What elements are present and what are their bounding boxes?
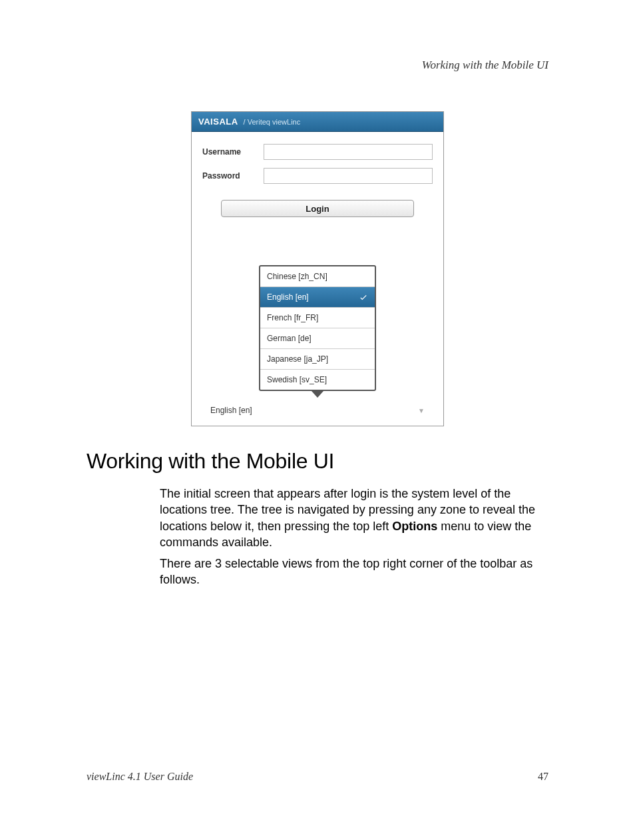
language-option[interactable]: Swedish [sv_SE] xyxy=(260,370,375,390)
username-row: Username xyxy=(202,144,433,160)
page-footer: viewLinc 4.1 User Guide 47 xyxy=(87,771,548,783)
password-row: Password xyxy=(202,168,433,184)
password-label: Password xyxy=(202,171,264,181)
brand-logo: VAISALA xyxy=(198,117,238,127)
running-header: Working with the Mobile UI xyxy=(422,59,548,72)
checkmark-icon xyxy=(359,292,368,302)
language-option-label: Chinese [zh_CN] xyxy=(267,272,327,281)
username-label: Username xyxy=(202,147,264,157)
login-button[interactable]: Login xyxy=(221,200,414,217)
language-option[interactable]: German [de] xyxy=(260,328,375,349)
mobile-login-frame: VAISALA / Veriteq viewLinc Username Pass… xyxy=(191,111,444,426)
password-input[interactable] xyxy=(264,168,433,184)
selected-language-label: English [en] xyxy=(210,406,252,415)
footer-title: viewLinc 4.1 User Guide xyxy=(87,771,193,783)
language-option[interactable]: Chinese [zh_CN] xyxy=(260,266,375,287)
chevron-down-icon: ▼ xyxy=(418,407,425,414)
body-text: The initial screen that appears after lo… xyxy=(160,486,548,588)
section-heading: Working with the Mobile UI xyxy=(87,449,548,474)
language-option-label: Swedish [sv_SE] xyxy=(267,375,327,384)
username-input[interactable] xyxy=(264,144,433,160)
language-option-label: English [en] xyxy=(267,292,309,302)
language-option[interactable]: Japanese [ja_JP] xyxy=(260,349,375,370)
paragraph: The initial screen that appears after lo… xyxy=(160,486,548,550)
page-number: 47 xyxy=(538,771,548,783)
embedded-screenshot: VAISALA / Veriteq viewLinc Username Pass… xyxy=(191,111,444,426)
text-bold: Options xyxy=(392,520,437,533)
mobile-header-bar: VAISALA / Veriteq viewLinc xyxy=(192,112,443,132)
paragraph: There are 3 selectable views from the to… xyxy=(160,556,548,588)
brand-subtitle: / Veriteq viewLinc xyxy=(244,118,301,126)
language-option-label: German [de] xyxy=(267,334,312,343)
language-option[interactable]: English [en] xyxy=(260,287,375,308)
language-option-label: French [fr_FR] xyxy=(267,313,318,322)
language-option[interactable]: French [fr_FR] xyxy=(260,308,375,328)
language-picker-popup: Chinese [zh_CN] English [en] French [fr_… xyxy=(259,265,376,391)
language-option-label: Japanese [ja_JP] xyxy=(267,354,328,364)
